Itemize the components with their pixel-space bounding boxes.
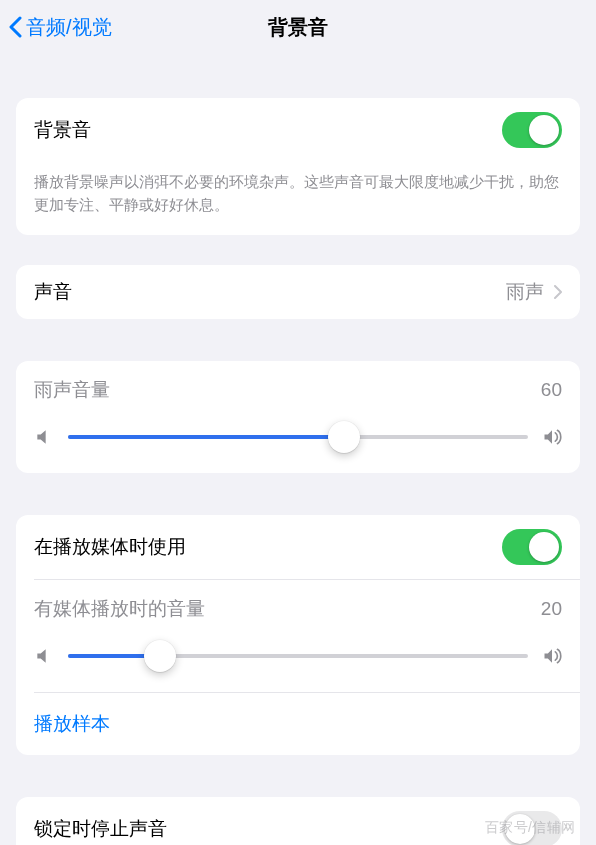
chevron-right-icon <box>554 285 562 299</box>
volume-high-icon <box>542 646 562 666</box>
row-background-sound-toggle: 背景音 <box>16 98 580 162</box>
volume-low-icon <box>34 646 54 666</box>
row-sound-select[interactable]: 声音 雨声 <box>16 265 580 319</box>
background-sound-toggle[interactable] <box>502 112 562 148</box>
nav-bar: 音频/视觉 背景音 <box>0 0 596 54</box>
media-volume-label: 有媒体播放时的音量 <box>34 596 205 622</box>
sound-label: 声音 <box>34 279 72 305</box>
row-play-sample[interactable]: 播放样本 <box>16 693 580 755</box>
media-volume-slider[interactable] <box>68 640 528 672</box>
stop-on-lock-label: 锁定时停止声音 <box>34 816 167 842</box>
toggle-knob <box>529 115 559 145</box>
media-volume-value: 20 <box>541 598 562 620</box>
page-title: 背景音 <box>268 14 328 41</box>
back-label: 音频/视觉 <box>26 14 112 41</box>
play-sample-link: 播放样本 <box>34 713 110 734</box>
use-with-media-label: 在播放媒体时使用 <box>34 534 186 560</box>
group-background-sound: 背景音 播放背景噪声以消弭不必要的环境杂声。这些声音可最大限度地减少干扰，助您更… <box>16 98 580 235</box>
sound-value: 雨声 <box>506 279 544 305</box>
background-sound-description: 播放背景噪声以消弭不必要的环境杂声。这些声音可最大限度地减少干扰，助您更加专注、… <box>16 162 580 235</box>
group-media-playback: 在播放媒体时使用 有媒体播放时的音量 20 <box>16 515 580 755</box>
rain-volume-slider[interactable] <box>68 421 528 453</box>
group-rain-volume: 雨声音量 60 <box>16 361 580 473</box>
use-with-media-toggle[interactable] <box>502 529 562 565</box>
back-button[interactable]: 音频/视觉 <box>8 14 112 41</box>
row-use-with-media-toggle: 在播放媒体时使用 <box>16 515 580 579</box>
background-sound-label: 背景音 <box>34 117 91 143</box>
group-sound: 声音 雨声 <box>16 265 580 319</box>
volume-high-icon <box>542 427 562 447</box>
toggle-knob <box>529 532 559 562</box>
rain-volume-value: 60 <box>541 379 562 401</box>
rain-volume-label: 雨声音量 <box>34 377 110 403</box>
chevron-left-icon <box>8 16 22 38</box>
volume-low-icon <box>34 427 54 447</box>
watermark: 百家号/信辅网 <box>485 819 576 837</box>
